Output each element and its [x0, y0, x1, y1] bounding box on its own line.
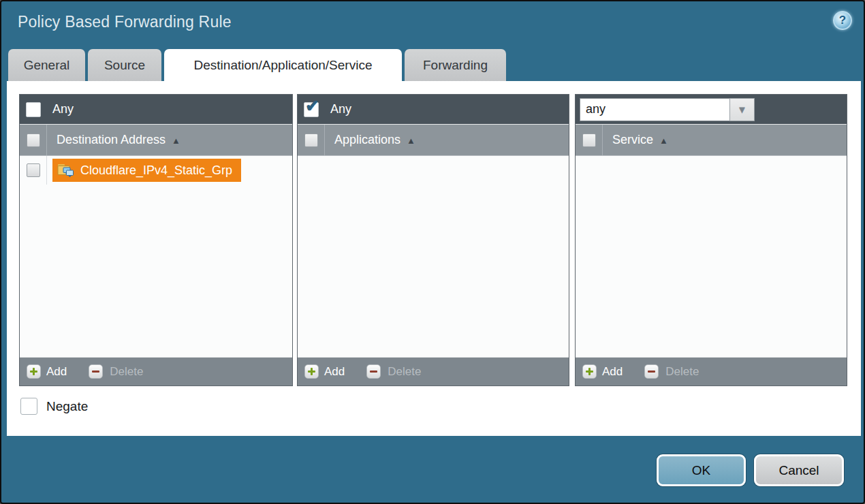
- dropdown-button[interactable]: ▼: [729, 98, 755, 121]
- address-group-icon: [57, 163, 74, 178]
- delete-button[interactable]: Delete: [110, 365, 143, 379]
- destination-address-list: Cloudflare_IPv4_Static_Grp: [20, 156, 292, 357]
- destination-address-header[interactable]: Destination Address ▲: [20, 125, 292, 156]
- service-column: ▼ Service ▲ Add Delete: [575, 94, 847, 386]
- applications-any-bar: ✔ Any: [298, 95, 569, 125]
- address-group-label: Cloudflare_IPv4_Static_Grp: [80, 163, 232, 178]
- destination-select-all-checkbox[interactable]: [27, 133, 40, 147]
- negate-label: Negate: [46, 399, 88, 414]
- add-icon[interactable]: [582, 364, 597, 379]
- destination-any-label: Any: [52, 102, 74, 116]
- ok-button[interactable]: OK: [657, 454, 746, 486]
- negate-checkbox[interactable]: ✔: [20, 398, 37, 415]
- service-dropdown-input[interactable]: [580, 98, 729, 121]
- destination-address-header-label: Destination Address: [57, 133, 166, 147]
- policy-forwarding-dialog: Policy Based Forwarding Rule ? General S…: [0, 0, 865, 504]
- sort-asc-icon: ▲: [407, 134, 415, 146]
- applications-header[interactable]: Applications ▲: [298, 125, 569, 156]
- selected-address-group-item[interactable]: Cloudflare_IPv4_Static_Grp: [52, 159, 241, 182]
- select-all-cell: [576, 125, 603, 155]
- service-header-label: Service: [612, 133, 653, 147]
- negate-row: ✔ Negate: [20, 398, 88, 415]
- delete-button[interactable]: Delete: [665, 365, 699, 379]
- tab-bar: General Source Destination/Application/S…: [8, 49, 506, 82]
- tab-destination-application-service[interactable]: Destination/Application/Service: [164, 49, 402, 82]
- destination-address-column: ✔ Any Destination Address ▲: [19, 94, 293, 386]
- select-all-cell: [298, 125, 325, 155]
- service-dropdown-bar: ▼: [576, 95, 847, 125]
- tab-general[interactable]: General: [8, 49, 85, 81]
- delete-icon[interactable]: [89, 364, 103, 379]
- tab-source[interactable]: Source: [88, 49, 161, 81]
- applications-column: ✔ Any Applications ▲ Add Delete: [297, 94, 569, 386]
- row-checkbox[interactable]: [27, 163, 40, 177]
- select-all-cell: [20, 125, 47, 155]
- applications-footer: Add Delete: [298, 357, 569, 385]
- sort-asc-icon: ▲: [172, 134, 180, 146]
- delete-icon[interactable]: [644, 364, 659, 379]
- service-select-all-checkbox[interactable]: [582, 133, 596, 147]
- row-checkbox-cell: [20, 156, 47, 185]
- dialog-title: Policy Based Forwarding Rule: [18, 13, 232, 31]
- service-list: [576, 156, 847, 357]
- add-button[interactable]: Add: [602, 365, 623, 379]
- add-button[interactable]: Add: [46, 365, 67, 379]
- applications-any-checkbox[interactable]: ✔: [304, 102, 319, 117]
- sort-asc-icon: ▲: [659, 134, 668, 146]
- check-icon: ✔: [305, 97, 319, 114]
- applications-list: [298, 156, 569, 357]
- applications-header-label: Applications: [334, 133, 400, 147]
- service-footer: Add Delete: [576, 357, 847, 385]
- destination-footer: Add Delete: [20, 357, 292, 385]
- chevron-down-icon: ▼: [737, 104, 747, 115]
- add-button[interactable]: Add: [324, 365, 345, 379]
- service-header[interactable]: Service ▲: [576, 125, 847, 156]
- add-icon[interactable]: [27, 364, 41, 379]
- applications-any-label: Any: [330, 102, 351, 116]
- add-icon[interactable]: [304, 364, 319, 379]
- delete-icon[interactable]: [366, 364, 381, 379]
- help-icon[interactable]: ?: [833, 11, 852, 30]
- destination-any-checkbox[interactable]: ✔: [26, 102, 41, 117]
- tab-content-panel: ✔ Any Destination Address ▲: [7, 81, 861, 436]
- list-item: Cloudflare_IPv4_Static_Grp: [20, 156, 292, 185]
- tab-forwarding[interactable]: Forwarding: [405, 49, 506, 81]
- destination-any-bar: ✔ Any: [20, 95, 292, 125]
- help-glyph: ?: [839, 14, 846, 27]
- applications-select-all-checkbox[interactable]: [304, 133, 318, 147]
- delete-button[interactable]: Delete: [388, 365, 421, 379]
- cancel-button[interactable]: Cancel: [754, 454, 844, 486]
- service-dropdown[interactable]: ▼: [580, 98, 755, 121]
